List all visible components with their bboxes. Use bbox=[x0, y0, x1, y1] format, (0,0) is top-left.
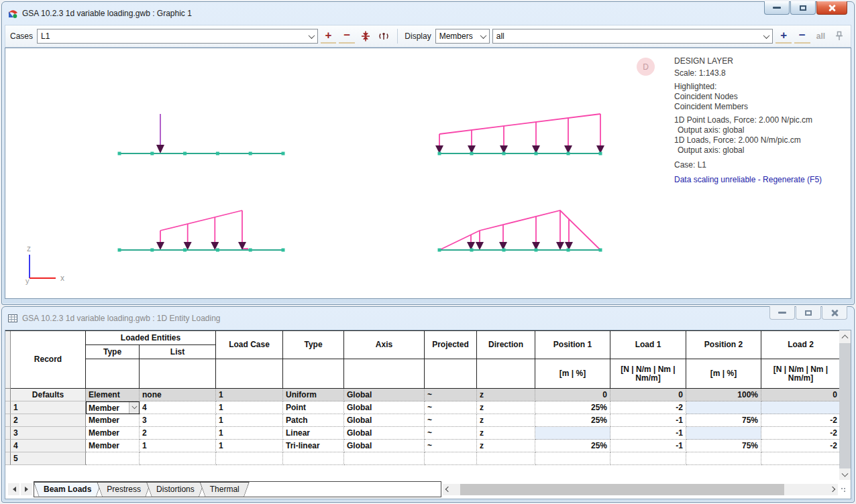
table-titlebar[interactable]: GSA 10.2.3 1d variable loading.gwb : 1D … bbox=[5, 307, 851, 330]
cell-axis[interactable]: Global bbox=[344, 401, 425, 414]
close-button[interactable] bbox=[822, 306, 847, 320]
regenerate-warning[interactable]: Data scaling unreliable - Regenerate (F5… bbox=[674, 175, 822, 185]
cell-axis[interactable]: Global bbox=[344, 427, 425, 440]
cell-projected[interactable]: ~ bbox=[425, 427, 477, 440]
record-cell[interactable]: 4 bbox=[11, 440, 86, 452]
cell-load-2[interactable] bbox=[761, 452, 841, 465]
scroll-left-button[interactable] bbox=[443, 487, 453, 491]
cell-position-1[interactable] bbox=[535, 427, 610, 440]
tab-scroll-left-button[interactable] bbox=[8, 483, 19, 495]
cell-axis[interactable]: Global bbox=[344, 440, 425, 452]
cell-load-2[interactable]: -2 bbox=[761, 427, 841, 440]
cell-direction[interactable]: z bbox=[477, 389, 535, 401]
cell-load-case[interactable]: 1 bbox=[216, 389, 283, 401]
cell-load-1[interactable] bbox=[610, 452, 686, 465]
cell-load-case[interactable]: 1 bbox=[216, 414, 283, 427]
beam-diagram-trilinear[interactable] bbox=[438, 210, 602, 252]
row-gutter[interactable] bbox=[5, 440, 11, 452]
row-gutter[interactable] bbox=[5, 401, 11, 414]
horizontal-scrollbar[interactable] bbox=[443, 484, 838, 495]
cell-position-1[interactable]: 25% bbox=[535, 414, 610, 427]
cell-position-1[interactable]: 25% bbox=[535, 440, 610, 452]
cell-projected[interactable]: ~ bbox=[425, 389, 477, 401]
cell-load-case[interactable]: 1 bbox=[216, 427, 283, 440]
scroll-right-button[interactable] bbox=[827, 487, 838, 491]
add-case-button[interactable]: + bbox=[321, 29, 337, 44]
cell-entity-list[interactable]: 3 bbox=[140, 414, 216, 427]
maximize-button[interactable] bbox=[796, 306, 821, 320]
cell-load-case[interactable]: 1 bbox=[216, 440, 283, 452]
tab-distortions[interactable]: Distortions bbox=[146, 482, 205, 497]
cell-position-2[interactable]: 75% bbox=[686, 440, 761, 452]
pin-button[interactable] bbox=[831, 28, 847, 44]
cell-load-2[interactable]: 0 bbox=[761, 389, 841, 401]
record-cell[interactable]: 5 bbox=[11, 452, 86, 465]
cell-entity-type[interactable]: Member bbox=[86, 427, 140, 440]
remove-case-button[interactable]: − bbox=[339, 29, 355, 44]
cell-load-2[interactable]: -2 bbox=[761, 414, 841, 427]
record-cell[interactable]: 2 bbox=[11, 414, 86, 427]
record-cell[interactable]: 1 bbox=[11, 401, 86, 414]
beam-diagram-point[interactable] bbox=[118, 114, 285, 155]
cell-entity-type[interactable]: Member bbox=[86, 440, 140, 452]
cell-entity-list[interactable]: none bbox=[140, 389, 216, 401]
cell-position-2[interactable] bbox=[686, 401, 761, 414]
scroll-up-button[interactable] bbox=[839, 330, 851, 342]
cell-projected[interactable]: ~ bbox=[425, 414, 477, 427]
cell-direction[interactable]: z bbox=[477, 427, 535, 440]
cell-position-2[interactable] bbox=[686, 452, 761, 465]
add-entity-button[interactable]: + bbox=[775, 29, 792, 44]
cell-projected[interactable]: ~ bbox=[425, 440, 477, 452]
row-gutter[interactable] bbox=[5, 414, 11, 427]
beam-diagram-linear[interactable] bbox=[435, 114, 604, 155]
cell-axis[interactable]: Global bbox=[344, 414, 425, 427]
cell-axis[interactable] bbox=[344, 452, 425, 465]
cell-load-1[interactable]: 0 bbox=[610, 389, 686, 401]
cell-load-type[interactable] bbox=[283, 452, 344, 465]
entity-type-dropdown[interactable] bbox=[129, 402, 139, 414]
cell-load-case[interactable] bbox=[216, 452, 283, 465]
cell-projected[interactable] bbox=[425, 452, 477, 465]
vertical-scroll-thumb[interactable] bbox=[839, 343, 851, 468]
cell-entity-list[interactable]: 4 bbox=[140, 401, 216, 414]
minimize-button[interactable] bbox=[764, 1, 790, 15]
record-cell[interactable]: 3 bbox=[11, 427, 86, 440]
cell-entity-list[interactable]: 1 bbox=[140, 440, 216, 452]
cell-position-1[interactable]: 0 bbox=[535, 389, 610, 401]
beam-diagram-patch[interactable] bbox=[118, 210, 285, 252]
resize-grip[interactable] bbox=[839, 484, 848, 495]
tab-prestress[interactable]: Prestress bbox=[97, 482, 151, 497]
row-gutter[interactable] bbox=[5, 389, 11, 401]
cell-direction[interactable]: z bbox=[477, 401, 535, 414]
cell-position-2[interactable] bbox=[686, 427, 761, 440]
cell-load-1[interactable]: -1 bbox=[610, 440, 686, 452]
cell-position-1[interactable] bbox=[535, 452, 610, 465]
vertical-scrollbar[interactable] bbox=[839, 330, 851, 481]
remove-entity-button[interactable]: − bbox=[794, 29, 810, 44]
horizontal-scroll-thumb[interactable] bbox=[460, 484, 784, 495]
cell-load-type[interactable]: Uniform bbox=[283, 389, 344, 401]
cell-position-2[interactable]: 75% bbox=[686, 414, 761, 427]
cell-entity-type[interactable]: Element bbox=[86, 389, 140, 401]
broadcast-button[interactable] bbox=[376, 28, 392, 44]
cases-combobox[interactable]: L1 bbox=[37, 29, 318, 44]
tab-thermal[interactable]: Thermal bbox=[200, 482, 250, 497]
cell-load-1[interactable]: -1 bbox=[610, 427, 686, 440]
row-gutter[interactable] bbox=[5, 452, 11, 465]
cell-position-1[interactable]: 25% bbox=[535, 401, 610, 414]
minimize-button[interactable] bbox=[769, 306, 795, 320]
restore-button[interactable] bbox=[790, 1, 816, 15]
cell-direction[interactable]: z bbox=[477, 414, 535, 427]
tab-beam-loads[interactable]: Beam Loads bbox=[34, 482, 101, 497]
row-gutter[interactable] bbox=[5, 427, 11, 440]
graphic-canvas[interactable]: z x y D DESIGN LAYER Scale: 1:143.8 High… bbox=[5, 48, 851, 299]
cell-axis[interactable]: Global bbox=[344, 389, 425, 401]
cell-load-case[interactable]: 1 bbox=[216, 401, 283, 414]
show-all-button[interactable]: all bbox=[813, 28, 829, 44]
cell-entity-list[interactable]: 2 bbox=[140, 427, 216, 440]
cell-load-1[interactable]: -1 bbox=[610, 414, 686, 427]
cell-direction[interactable] bbox=[477, 452, 535, 465]
cell-load-type[interactable]: Linear bbox=[283, 427, 344, 440]
cell-position-2[interactable]: 100% bbox=[686, 389, 761, 401]
cell-load-2[interactable]: -2 bbox=[761, 440, 841, 452]
